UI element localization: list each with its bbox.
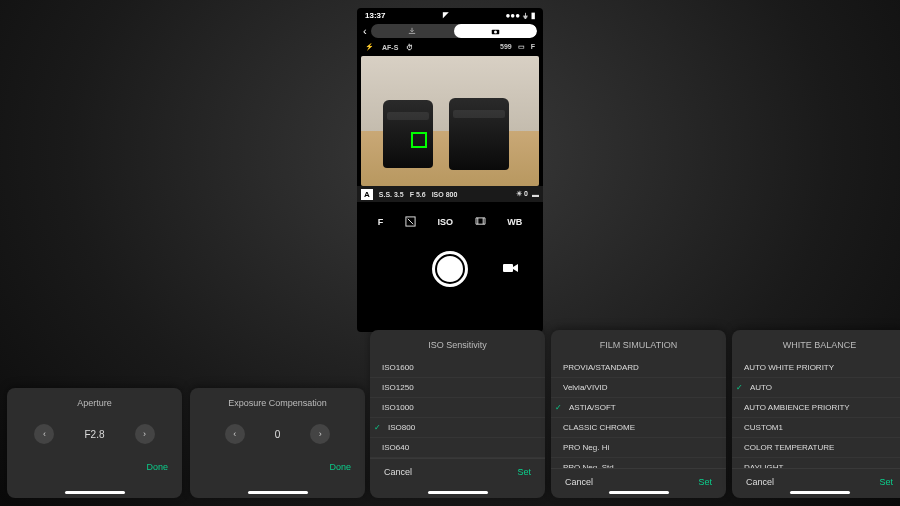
exposure-bar: A S.S. 3.5 F 5.6 ISO 800 ☀ 0 ▬ (357, 186, 543, 202)
decrease-button[interactable]: ‹ (34, 424, 54, 444)
aperture-control[interactable]: F (378, 217, 384, 227)
film-control[interactable] (475, 217, 486, 228)
exposure-control[interactable] (405, 216, 416, 229)
aperture-sheet: Aperture ‹ F2.8 › Done (7, 388, 182, 498)
film-sim-sheet: FILM SIMULATION PROVIA/STANDARDVelvia/VI… (551, 330, 726, 498)
focus-point[interactable] (411, 132, 427, 148)
film-list: PROVIA/STANDARDVelvia/VIVIDASTIA/SOFTCLA… (551, 358, 726, 468)
mode-toggle[interactable] (371, 24, 537, 38)
list-item[interactable]: AUTO WHITE PRIORITY (732, 358, 900, 378)
list-item[interactable]: ISO640 (370, 438, 545, 458)
back-button[interactable]: ‹ (363, 25, 367, 37)
wb-control[interactable]: WB (507, 217, 522, 227)
done-button[interactable]: Done (7, 456, 182, 480)
home-indicator[interactable] (790, 491, 850, 494)
sheet-title: WHITE BALANCE (732, 330, 900, 358)
home-indicator[interactable] (428, 491, 488, 494)
list-item[interactable]: ASTIA/SOFT (551, 398, 726, 418)
list-item[interactable]: DAYLIGHT (732, 458, 900, 468)
shots-remaining: 599 (500, 43, 512, 51)
ev-value: ☀ 0 (516, 190, 528, 198)
list-item[interactable]: ISO800 (370, 418, 545, 438)
list-item[interactable]: CLASSIC CHROME (551, 418, 726, 438)
format-icon: F (531, 43, 535, 51)
sheet-title: Aperture (7, 388, 182, 418)
increase-button[interactable]: › (310, 424, 330, 444)
list-item[interactable]: AUTO (732, 378, 900, 398)
status-bar: 13:37 ◤ ●●● ⏚ ▮ (357, 8, 543, 22)
shutter-area (357, 244, 543, 294)
iso-list: ISO1600ISO1250ISO1000ISO800ISO640 (370, 358, 545, 458)
home-indicator[interactable] (248, 491, 308, 494)
set-button[interactable]: Set (879, 477, 893, 487)
viewfinder[interactable] (361, 56, 539, 186)
clock: 13:37 (365, 11, 385, 20)
aperture-value: F 5.6 (410, 191, 426, 198)
wb-sheet: WHITE BALANCE AUTO WHITE PRIORITYAUTOAUT… (732, 330, 900, 498)
video-mode-button[interactable] (503, 261, 519, 277)
list-item[interactable]: PROVIA/STANDARD (551, 358, 726, 378)
sheet-title: ISO Sensitivity (370, 330, 545, 358)
sheet-title: Exposure Compensation (190, 388, 365, 418)
phone-frame: 13:37 ◤ ●●● ⏚ ▮ ‹ ⚡ AF-S ⏱ 599 ▭ F A S.S… (357, 8, 543, 332)
camera-info-row: ⚡ AF-S ⏱ 599 ▭ F (357, 40, 543, 54)
list-item[interactable]: ISO1600 (370, 358, 545, 378)
decrease-button[interactable]: ‹ (225, 424, 245, 444)
done-button[interactable]: Done (190, 456, 365, 480)
set-button[interactable]: Set (517, 467, 531, 477)
list-item[interactable]: PRO Neg. Hi (551, 438, 726, 458)
iso-sheet: ISO Sensitivity ISO1600ISO1250ISO1000ISO… (370, 330, 545, 498)
flash-icon: ⚡ (365, 43, 374, 51)
list-item[interactable]: COLOR TEMPERATURE (732, 438, 900, 458)
cancel-button[interactable]: Cancel (384, 467, 412, 477)
cancel-button[interactable]: Cancel (746, 477, 774, 487)
signal-icon: ●●● (506, 11, 521, 20)
list-item[interactable]: ISO1000 (370, 398, 545, 418)
top-nav: ‹ (357, 22, 543, 40)
exposure-comp-sheet: Exposure Compensation ‹ 0 › Done (190, 388, 365, 498)
aperture-value-display: F2.8 (84, 429, 104, 440)
quality-icon: ▭ (518, 43, 525, 51)
list-item[interactable]: PRO Neg. Std (551, 458, 726, 468)
increase-button[interactable]: › (135, 424, 155, 444)
list-item[interactable]: Velvia/VIVID (551, 378, 726, 398)
shutter-speed: S.S. 3.5 (379, 191, 404, 198)
svg-point-1 (494, 30, 497, 33)
list-item[interactable]: ISO1250 (370, 378, 545, 398)
location-icon: ◤ (443, 11, 448, 19)
settings-row: F ISO WB (357, 208, 543, 236)
home-indicator[interactable] (609, 491, 669, 494)
svg-rect-3 (503, 264, 513, 272)
list-item[interactable]: AUTO AMBIENCE PRIORITY (732, 398, 900, 418)
ev-value-display: 0 (275, 429, 281, 440)
timer-icon: ⏱ (406, 44, 413, 51)
mode-badge: A (361, 189, 373, 200)
iso-control[interactable]: ISO (437, 217, 453, 227)
home-indicator[interactable] (65, 491, 125, 494)
sheet-title: FILM SIMULATION (551, 330, 726, 358)
set-button[interactable]: Set (698, 477, 712, 487)
list-item[interactable]: CUSTOM1 (732, 418, 900, 438)
battery-indicator: ▬ (532, 191, 539, 198)
battery-icon: ▮ (531, 11, 535, 20)
wifi-icon: ⏚ (523, 11, 528, 20)
download-mode-tab[interactable] (371, 24, 454, 38)
cancel-button[interactable]: Cancel (565, 477, 593, 487)
iso-value: ISO 800 (432, 191, 458, 198)
subject-lens-2 (449, 98, 509, 170)
wb-list: AUTO WHITE PRIORITYAUTOAUTO AMBIENCE PRI… (732, 358, 900, 468)
camera-mode-tab[interactable] (454, 24, 537, 38)
af-mode: AF-S (382, 44, 398, 51)
